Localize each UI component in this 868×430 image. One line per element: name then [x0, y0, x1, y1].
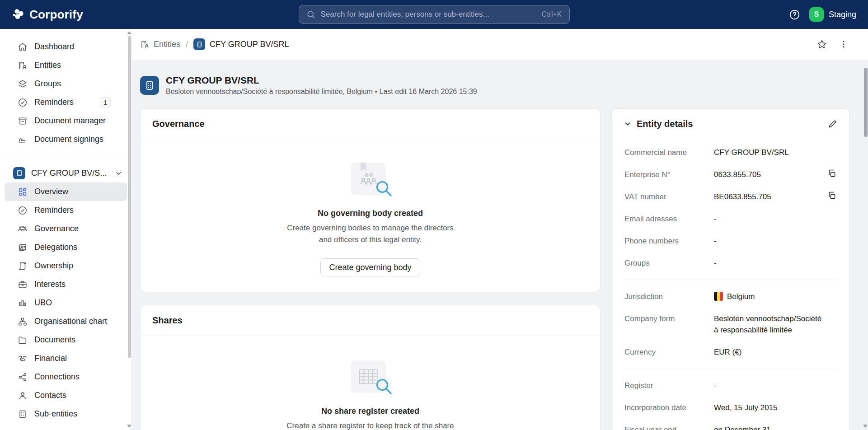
sidebar-item-sub-entities[interactable]: Sub-entities: [5, 405, 127, 423]
details-divider: [624, 369, 836, 369]
detail-value: EUR (€): [714, 346, 741, 358]
sidebar-item-ownership[interactable]: Ownership: [5, 257, 127, 275]
entity-details-header[interactable]: Entity details: [612, 109, 849, 139]
detail-row-commercial-name: Commercial name CFY GROUP BV/SRL: [624, 141, 836, 164]
sidebar-item-label: Contacts: [34, 391, 66, 400]
breadcrumb-current: CFY GROUP BV/SRL: [193, 38, 289, 50]
main-scroll-down-arrow[interactable]: [863, 425, 868, 428]
entity-building-icon: [140, 76, 159, 95]
detail-label: Incorporation date: [624, 402, 714, 413]
sidebar-item-governance[interactable]: Governance: [5, 220, 127, 238]
sidebar-item-label: Delegations: [34, 243, 77, 252]
sidebar-item-label: Ownership: [34, 261, 73, 271]
search-input[interactable]: [321, 10, 536, 19]
edit-pencil-icon[interactable]: [828, 119, 837, 129]
sidebar-item-label: Sub-entities: [34, 409, 77, 419]
sidebar-item-entity-reminders[interactable]: Reminders: [5, 201, 127, 220]
sidebar-item-document-signings[interactable]: Document signings: [5, 130, 127, 149]
detail-value: Wed, 15 July 2015: [714, 402, 778, 413]
breadcrumb-current-label: CFY GROUP BV/SRL: [210, 40, 289, 49]
detail-label: Fiscal year end: [624, 424, 714, 430]
detail-row-currency: Currency EUR (€): [624, 341, 836, 363]
sidebar-item-interests[interactable]: Interests: [5, 275, 127, 294]
governance-empty-description: Create governing bodies to manage the di…: [281, 222, 460, 246]
sidebar-item-ubo[interactable]: UBO: [5, 294, 127, 312]
share-nodes-icon: [18, 372, 28, 382]
entity-building-icon: [13, 167, 25, 179]
bar-chart-icon: [18, 298, 28, 308]
governing-body-empty-icon: [347, 163, 394, 197]
copy-icon[interactable]: [827, 169, 836, 178]
help-icon[interactable]: [789, 9, 800, 20]
main-scrollbar-thumb[interactable]: [864, 68, 868, 137]
detail-row-vat-number: VAT number BE0633.855.705: [624, 186, 836, 208]
magnifier-icon: [374, 179, 394, 199]
details-divider: [624, 280, 836, 280]
sidebar-item-overview[interactable]: Overview: [5, 182, 127, 201]
detail-label: Company form: [624, 313, 714, 324]
detail-label: Groups: [624, 257, 714, 269]
sidebar-item-entities[interactable]: Entities: [5, 56, 127, 75]
id-card-icon: [18, 243, 28, 252]
sidebar-item-label: Entities: [34, 61, 61, 70]
collapse-chevron-icon[interactable]: [624, 120, 632, 128]
detail-label: Jurisdiction: [624, 291, 714, 302]
sidebar-scroll-up-arrow[interactable]: [127, 31, 131, 34]
sidebar-item-connections[interactable]: Connections: [5, 368, 127, 386]
sidebar-item-financial[interactable]: Financial: [5, 349, 127, 368]
sidebar-scroll-down-arrow[interactable]: [127, 425, 131, 428]
global-search[interactable]: Ctrl+K: [299, 5, 570, 24]
create-governing-body-button[interactable]: Create governing body: [320, 258, 420, 276]
sidebar-item-groups[interactable]: Groups: [5, 75, 127, 93]
sidebar-item-label: Document signings: [34, 135, 103, 144]
belgium-flag-icon: [714, 292, 723, 301]
sidebar-item-label: Documents: [34, 335, 75, 345]
sidebar-item-delegations[interactable]: Delegations: [5, 238, 127, 257]
entities-icon: [140, 40, 150, 49]
sidebar-item-dashboard[interactable]: Dashboard: [5, 37, 127, 56]
governance-empty-title: No governing body created: [318, 209, 423, 218]
brand-name: Corporify: [29, 8, 83, 22]
detail-value: -: [714, 213, 717, 224]
chevron-down-icon: [115, 169, 122, 177]
bookmark-icon: [361, 163, 366, 171]
reminders-count-badge: 1: [100, 97, 111, 108]
sidebar-item-organisational-chart[interactable]: Organisational chart: [5, 312, 127, 331]
breadcrumb-entities-link[interactable]: Entities: [140, 40, 180, 49]
detail-value: 0633.855.705: [714, 169, 761, 180]
sidebar-item-document-manager[interactable]: Document manager: [5, 112, 127, 130]
shares-empty-description: Create a share register to keep track of…: [286, 420, 454, 430]
hierarchy-icon: [18, 317, 28, 327]
check-circle-icon: [18, 98, 28, 108]
breadcrumb-separator: /: [186, 40, 188, 49]
people-icon: [18, 224, 28, 234]
favorite-star-icon[interactable]: [816, 39, 827, 50]
sidebar-item-documents[interactable]: Documents: [5, 331, 127, 349]
user-menu[interactable]: S Staging: [809, 7, 856, 22]
sidebar-item-label: UBO: [34, 298, 52, 308]
kebab-menu-icon[interactable]: [839, 40, 848, 49]
page-title: CFY GROUP BV/SRL: [166, 75, 477, 86]
brand-logo[interactable]: Corporify: [12, 8, 83, 22]
sidebar-item-label: Groups: [34, 79, 61, 89]
sidebar-item-label: Connections: [34, 372, 80, 382]
sidebar: Dashboard Entities Groups: [0, 29, 132, 430]
sidebar-item-label: Interests: [34, 280, 66, 289]
detail-value: -: [714, 235, 717, 247]
shares-card: Shares: [140, 305, 601, 430]
shares-empty-title: No share register created: [321, 407, 419, 416]
detail-row-phone-numbers: Phone numbers -: [624, 230, 836, 252]
detail-row-register: Register -: [624, 374, 836, 397]
sidebar-item-contacts[interactable]: Contacts: [5, 386, 127, 405]
sidebar-divider: [0, 156, 131, 156]
groups-icon: [18, 79, 28, 89]
copy-icon[interactable]: [827, 191, 836, 200]
entity-details-title: Entity details: [637, 119, 693, 129]
briefcase-icon: [18, 280, 28, 290]
sidebar-scrollbar-thumb[interactable]: [128, 36, 131, 358]
home-icon: [18, 42, 28, 52]
sidebar-item-reminders[interactable]: Reminders 1: [5, 93, 127, 112]
detail-row-incorporation-date: Incorporation date Wed, 15 July 2015: [624, 397, 836, 419]
handshake-icon: [18, 354, 28, 364]
sidebar-entity-switcher[interactable]: CFY GROUP BV/S...: [0, 164, 131, 182]
